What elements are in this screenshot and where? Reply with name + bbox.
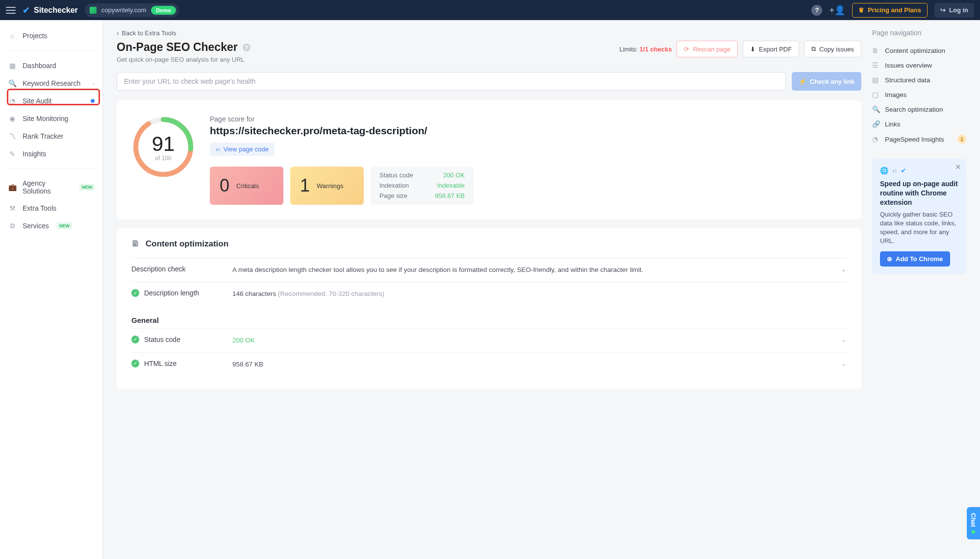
link-icon: ‹› <box>892 167 897 174</box>
back-label: Back to Extra Tools <box>122 29 176 37</box>
page-nav-links[interactable]: 🔗Links <box>872 117 966 131</box>
sidebar-label: Rank Tracker <box>23 132 63 140</box>
stats-list: Status code200 OK IndexationIndexable Pa… <box>371 167 474 205</box>
check-ok-icon: ✓ <box>131 289 139 297</box>
online-dot-icon <box>972 530 975 534</box>
sidebar-label: Dashboard <box>23 62 56 70</box>
check-value: 200 OK <box>232 336 828 345</box>
page-nav-images[interactable]: ▢Images <box>872 87 966 102</box>
logo-icon: ✔ <box>23 5 30 16</box>
list-icon: ☰ <box>872 61 880 69</box>
sidebar-label: Agency Solutions <box>23 179 72 195</box>
check-label: ✓ Status code <box>131 336 220 343</box>
bolt-icon: ⚡ <box>799 78 806 85</box>
sidebar: ⌂ Projects ▦ Dashboard 🔍 Keyword Researc… <box>0 20 103 559</box>
sidebar-label: Insights <box>23 150 46 158</box>
promo-card: ✕ 🌐 ‹› ✔ Speed up on-page audit routine … <box>872 159 966 274</box>
chevron-down-icon[interactable]: ⌄ <box>841 336 847 343</box>
check-value: 146 characters (Recommended: 70-320 char… <box>232 289 847 299</box>
limits-text: Limits: 1/1 checks <box>619 46 672 53</box>
sidebar-item-services[interactable]: ⚙ Services NEW <box>0 217 102 235</box>
export-pdf-button[interactable]: ⬇ Export PDF <box>743 41 799 57</box>
general-heading: General <box>131 316 847 324</box>
chat-label: Chat <box>970 513 977 527</box>
pricing-label: Pricing and Plans <box>868 6 921 14</box>
check-label: Description check <box>131 265 220 273</box>
logo[interactable]: ✔ Sitechecker <box>23 5 78 16</box>
chevron-right-icon: › <box>93 80 95 86</box>
section-heading: Content optimization <box>146 239 228 249</box>
tools-icon: ⚒ <box>8 204 17 213</box>
add-chrome-label: Add To Chrome <box>896 255 943 263</box>
sidebar-item-agency[interactable]: 💼 Agency Solutions NEW <box>0 175 102 199</box>
warnings-box: 1 Warnings <box>290 167 364 205</box>
notification-dot-icon <box>91 99 95 103</box>
copy-label: Copy issues <box>819 46 854 53</box>
login-button[interactable]: ↪ Log in <box>934 3 974 18</box>
hamburger-icon[interactable] <box>6 7 16 14</box>
code-icon: ‹› <box>216 146 220 153</box>
speed-icon: ◔ <box>872 135 880 143</box>
wand-icon: ✎ <box>8 149 17 158</box>
page-nav-search-optimization[interactable]: 🔍Search optimization <box>872 102 966 117</box>
promo-icons: 🌐 ‹› ✔ <box>880 167 958 174</box>
search-icon: 🔍 <box>8 79 17 88</box>
image-icon: ▢ <box>872 91 880 98</box>
sidebar-item-extra-tools[interactable]: ⚒ Extra Tools <box>0 199 102 217</box>
help-icon[interactable]: ? <box>811 5 822 16</box>
demo-badge: Demo <box>151 6 176 15</box>
sitechecker-icon: ✔ <box>901 167 906 174</box>
sidebar-item-rank-tracker[interactable]: 〽 Rank Tracker <box>0 127 102 145</box>
chevron-down-icon[interactable]: ⌄ <box>841 360 847 367</box>
copy-issues-button[interactable]: ⧉ Copy issues <box>804 41 861 57</box>
sidebar-item-projects[interactable]: ⌂ Projects <box>0 27 102 45</box>
check-description: A meta description length checker tool a… <box>232 265 828 275</box>
sidebar-item-site-audit[interactable]: ◔ Site Audit <box>0 92 102 110</box>
export-label: Export PDF <box>759 46 792 53</box>
login-icon: ↪ <box>940 6 946 14</box>
url-input[interactable] <box>117 72 786 91</box>
promo-title: Speed up on-page audit routine with Chro… <box>880 179 958 207</box>
chat-tab[interactable]: Chat <box>967 507 980 539</box>
sidebar-item-dashboard[interactable]: ▦ Dashboard <box>0 57 102 74</box>
gauge-icon: ◔ <box>8 97 17 105</box>
chevron-down-icon[interactable]: ⌄ <box>841 265 847 273</box>
criticals-label: Criticals <box>236 182 259 190</box>
page-nav-pagespeed[interactable]: ◔PageSpeed Insights1 <box>872 131 966 147</box>
page-nav-issues-overview[interactable]: ☰Issues overview <box>872 58 966 73</box>
briefcase-icon: 💼 <box>8 183 17 192</box>
view-code-label: View page code <box>224 146 269 153</box>
criticals-box: 0 Criticals <box>210 167 283 205</box>
check-link-button[interactable]: ⚡ Check any link <box>792 72 861 91</box>
site-selector[interactable]: copywritely.com Demo <box>85 3 179 17</box>
warnings-count: 1 <box>300 175 310 196</box>
sidebar-item-insights[interactable]: ✎ Insights <box>0 145 102 163</box>
add-user-icon[interactable]: +👤 <box>829 5 845 16</box>
add-to-chrome-button[interactable]: ⊕ Add To Chrome <box>880 251 950 267</box>
sidebar-item-keyword-research[interactable]: 🔍 Keyword Research › <box>0 74 102 92</box>
close-icon[interactable]: ✕ <box>955 163 961 171</box>
crown-icon: ♛ <box>858 6 864 14</box>
page-subtitle: Get quick on-page SEO analysis for any U… <box>117 56 251 63</box>
sidebar-label: Extra Tools <box>23 204 56 212</box>
sidebar-item-site-monitoring[interactable]: ◉ Site Monitoring <box>0 110 102 127</box>
help-icon[interactable]: ? <box>243 44 251 51</box>
rescan-button[interactable]: ⟳ Rescan page <box>677 41 738 57</box>
doc-icon: 🗎 <box>872 47 880 54</box>
sidebar-label: Site Monitoring <box>23 115 68 122</box>
sidebar-label: Keyword Research <box>23 79 80 87</box>
count-badge: 1 <box>957 135 966 144</box>
plus-icon: ⊕ <box>887 255 892 263</box>
services-icon: ⚙ <box>8 221 17 230</box>
chevron-left-icon: ‹ <box>117 29 119 37</box>
data-icon: ▤ <box>872 76 880 84</box>
view-page-code-button[interactable]: ‹› View page code <box>210 143 275 156</box>
pricing-button[interactable]: ♛ Pricing and Plans <box>852 3 928 18</box>
site-favicon-icon <box>90 7 97 14</box>
check-value: 958.67 KB <box>232 360 828 369</box>
page-nav-title: Page navigation <box>872 29 966 37</box>
back-link[interactable]: ‹ Back to Extra Tools <box>117 29 176 37</box>
page-nav-structured-data[interactable]: ▤Structured data <box>872 73 966 87</box>
page-nav-content-optimization[interactable]: 🗎Content optimization <box>872 44 966 58</box>
check-label: ✓ Description length <box>131 289 220 297</box>
